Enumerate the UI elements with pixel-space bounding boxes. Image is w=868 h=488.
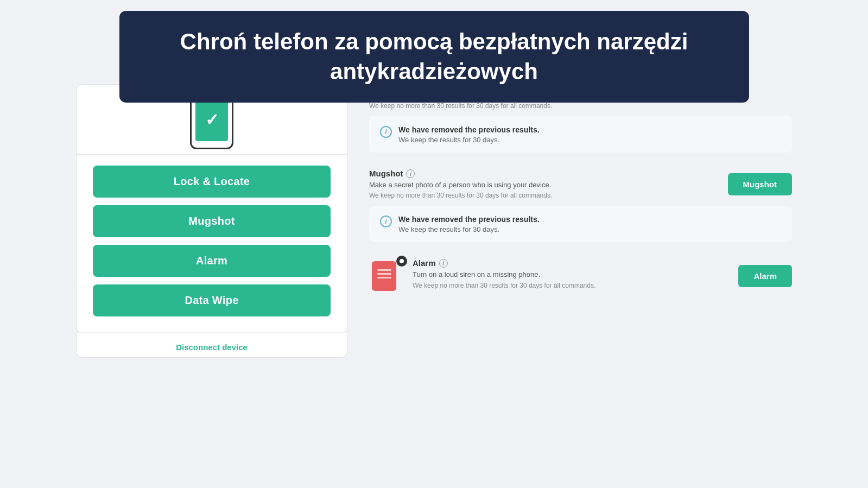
mugshot-info: Mugshot i Make a secret photo of a perso… <box>369 169 717 199</box>
alarm-info: Alarm i Turn on a loud siren on a missin… <box>413 258 727 289</box>
alarm-line-3 <box>377 277 391 278</box>
alarm-line-1 <box>377 269 391 271</box>
alarm-button[interactable]: Alarm <box>93 245 331 277</box>
alarm-action-button[interactable]: Alarm <box>738 265 792 287</box>
lock-locate-button[interactable]: Lock & Locate <box>93 166 331 198</box>
right-panel: the device with your passcode or fingerp… <box>347 84 792 488</box>
mugshot-result-text: We have removed the previous results. We… <box>398 214 540 233</box>
lock-locate-result-text: We have removed the previous results. We… <box>398 125 540 144</box>
lock-locate-result-info-icon: i <box>380 126 392 138</box>
mugshot-header: Mugshot i Make a secret photo of a perso… <box>369 169 792 199</box>
mugshot-note: We keep no more than 30 results for 30 d… <box>369 192 717 199</box>
disconnect-device-link[interactable]: Disconnect device <box>76 332 347 358</box>
mugshot-title: Mugshot i <box>369 169 717 178</box>
alarm-note: We keep no more than 30 results for 30 d… <box>413 282 727 289</box>
checkmark-icon: ✓ <box>205 110 219 129</box>
alarm-badge <box>396 256 407 267</box>
left-panel: ✓ Lock & Locate Mugshot Alarm Data Wipe … <box>76 84 347 488</box>
mugshot-button[interactable]: Mugshot <box>93 205 331 237</box>
buttons-panel: Lock & Locate Mugshot Alarm Data Wipe <box>76 155 347 333</box>
alarm-info-icon[interactable]: i <box>439 259 448 268</box>
alarm-illustration <box>369 256 407 294</box>
lock-locate-result-box: i We have removed the previous results. … <box>369 116 792 153</box>
alarm-title: Alarm i <box>413 258 727 268</box>
mugshot-result-title: We have removed the previous results. <box>398 215 540 224</box>
partial-top-note: We keep no more than 30 results for 30 d… <box>369 102 552 110</box>
lock-locate-result-title: We have removed the previous results. <box>398 125 540 134</box>
mugshot-action-button[interactable]: Mugshot <box>728 173 792 195</box>
mugshot-result-info-icon: i <box>380 216 392 227</box>
phone-screen: ✓ <box>195 98 228 141</box>
alarm-phone-body <box>372 261 396 291</box>
lock-locate-result-note: We keep the results for 30 days. <box>398 136 540 144</box>
alarm-description: Turn on a loud siren on a missing phone. <box>413 270 727 280</box>
mugshot-info-icon[interactable]: i <box>406 169 415 178</box>
mugshot-section: Mugshot i Make a secret photo of a perso… <box>369 169 792 242</box>
header-title: Chroń telefon za pomocą bezpłatnych narz… <box>152 27 717 86</box>
data-wipe-button[interactable]: Data Wipe <box>93 284 331 316</box>
mugshot-result-note: We keep the results for 30 days. <box>398 225 540 233</box>
alarm-phone-lines <box>377 269 391 281</box>
main-content: ✓ Lock & Locate Mugshot Alarm Data Wipe … <box>0 84 868 488</box>
header-banner: Chroń telefon za pomocą bezpłatnych narz… <box>119 11 749 103</box>
alarm-badge-dot <box>400 259 404 263</box>
mugshot-description: Make a secret photo of a person who is u… <box>369 180 717 190</box>
alarm-section: Alarm i Turn on a loud siren on a missin… <box>369 258 792 294</box>
mugshot-result-box: i We have removed the previous results. … <box>369 206 792 242</box>
alarm-header: Alarm i Turn on a loud siren on a missin… <box>369 258 792 294</box>
alarm-line-2 <box>377 273 391 275</box>
